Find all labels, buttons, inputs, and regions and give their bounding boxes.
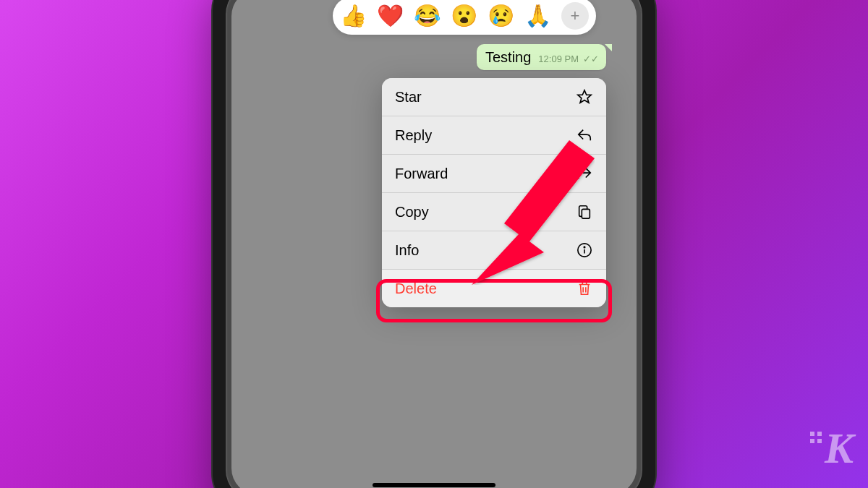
watermark-logo: K	[825, 424, 854, 474]
menu-label: Star	[395, 89, 422, 106]
reaction-surprised[interactable]: 😮	[451, 5, 477, 27]
read-receipt-icon: ✓✓	[583, 53, 599, 64]
svg-marker-0	[578, 90, 591, 103]
reply-icon	[576, 127, 593, 144]
menu-label: Info	[395, 242, 419, 259]
menu-label: Reply	[395, 127, 432, 144]
reaction-add-button[interactable]: +	[561, 2, 589, 30]
home-indicator[interactable]	[373, 483, 495, 487]
reaction-laugh[interactable]: 😂	[414, 5, 441, 27]
menu-item-copy[interactable]: Copy	[382, 193, 606, 231]
menu-label: Delete	[395, 281, 437, 297]
menu-item-reply[interactable]: Reply	[382, 116, 606, 155]
star-icon	[576, 88, 593, 106]
message-time: 12:09 PM	[538, 53, 579, 64]
reaction-sad[interactable]: 😢	[488, 5, 514, 27]
svg-rect-1	[582, 209, 590, 218]
message-bubble[interactable]: Testing 12:09 PM ✓✓	[477, 44, 606, 70]
trash-icon	[576, 280, 593, 297]
reaction-heart[interactable]: ❤️	[377, 5, 404, 27]
svg-point-4	[584, 247, 584, 247]
context-menu: Star Reply Forward	[382, 78, 606, 307]
forward-icon	[576, 165, 593, 182]
message-text: Testing	[485, 49, 531, 66]
menu-item-forward[interactable]: Forward	[382, 155, 606, 193]
menu-item-delete[interactable]: Delete	[382, 270, 606, 307]
reaction-thumbs-up[interactable]: 👍	[340, 5, 367, 27]
reaction-bar: 👍 ❤️ 😂 😮 😢 🙏 +	[333, 0, 596, 35]
reaction-pray[interactable]: 🙏	[524, 5, 551, 27]
info-icon	[576, 241, 593, 259]
menu-label: Forward	[395, 166, 448, 182]
menu-item-star[interactable]: Star	[382, 78, 606, 116]
phone-bezel: 👍 ❤️ 😂 😮 😢 🙏 + Testing 12:09 PM ✓✓ Star	[226, 0, 642, 488]
watermark-dots	[810, 432, 822, 443]
phone-screen: 👍 ❤️ 😂 😮 😢 🙏 + Testing 12:09 PM ✓✓ Star	[231, 0, 637, 488]
menu-label: Copy	[395, 204, 429, 221]
phone-frame: 👍 ❤️ 😂 😮 😢 🙏 + Testing 12:09 PM ✓✓ Star	[213, 0, 655, 488]
menu-item-info[interactable]: Info	[382, 231, 606, 270]
copy-icon	[576, 203, 593, 221]
